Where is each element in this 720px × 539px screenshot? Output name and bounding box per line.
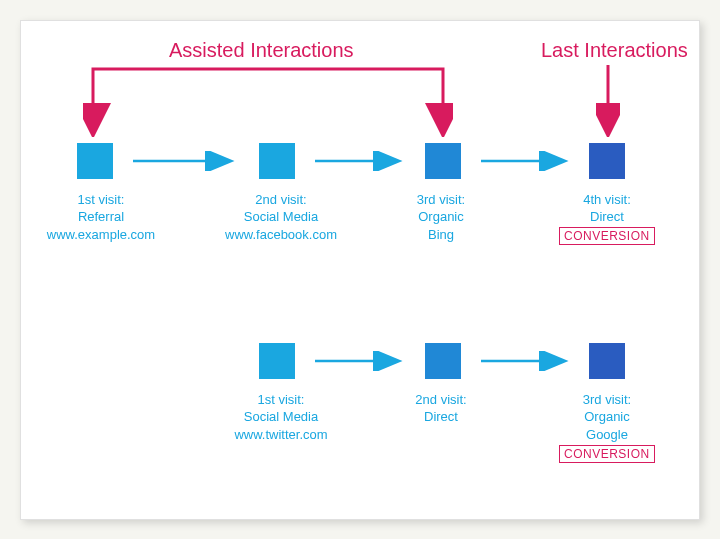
flow-arrow-icon [131, 151, 211, 171]
visit-label-4: 4th visit: Direct [557, 191, 657, 226]
text: 1st visit: [258, 392, 305, 407]
text: 3rd visit: [417, 192, 465, 207]
visit-label-3: 3rd visit: Organic Bing [391, 191, 491, 244]
conversion-badge: CONVERSION [559, 227, 655, 245]
visit-box-2 [259, 143, 295, 179]
flow-arrow-icon [479, 151, 559, 171]
text: Bing [428, 227, 454, 242]
visit-box-4 [589, 143, 625, 179]
visit-label-2: 2nd visit: Social Media www.facebook.com [201, 191, 361, 244]
flow-arrow-icon [479, 351, 559, 371]
text: Direct [424, 409, 458, 424]
last-down-arrow-icon [596, 65, 620, 137]
visit-box-2-3 [589, 343, 625, 379]
text: www.twitter.com [234, 427, 327, 442]
text: 4th visit: [583, 192, 631, 207]
text: Social Media [244, 409, 318, 424]
visit-label-2-1: 1st visit: Social Media www.twitter.com [211, 391, 351, 444]
text: Social Media [244, 209, 318, 224]
text: Direct [590, 209, 624, 224]
visit-box-1 [77, 143, 113, 179]
visit-box-2-1 [259, 343, 295, 379]
text: 2nd visit: [415, 392, 466, 407]
visit-box-3 [425, 143, 461, 179]
text: www.example.com [47, 227, 155, 242]
visit-label-1: 1st visit: Referral www.example.com [31, 191, 171, 244]
heading-last: Last Interactions [541, 39, 688, 62]
text: www.facebook.com [225, 227, 337, 242]
conversion-badge: CONVERSION [559, 445, 655, 463]
text: 2nd visit: [255, 192, 306, 207]
text: 3rd visit: [583, 392, 631, 407]
text: 1st visit: [78, 192, 125, 207]
assisted-bracket-arrow-icon [83, 65, 453, 137]
heading-assisted: Assisted Interactions [169, 39, 354, 62]
text: Google [586, 427, 628, 442]
diagram-card: Assisted Interactions Last Interactions [20, 20, 700, 520]
text: Organic [584, 409, 630, 424]
visit-label-2-3: 3rd visit: Organic Google [557, 391, 657, 444]
flow-arrow-icon [313, 151, 393, 171]
text: Referral [78, 209, 124, 224]
visit-label-2-2: 2nd visit: Direct [391, 391, 491, 426]
text: Organic [418, 209, 464, 224]
flow-arrow-icon [313, 351, 393, 371]
visit-box-2-2 [425, 343, 461, 379]
